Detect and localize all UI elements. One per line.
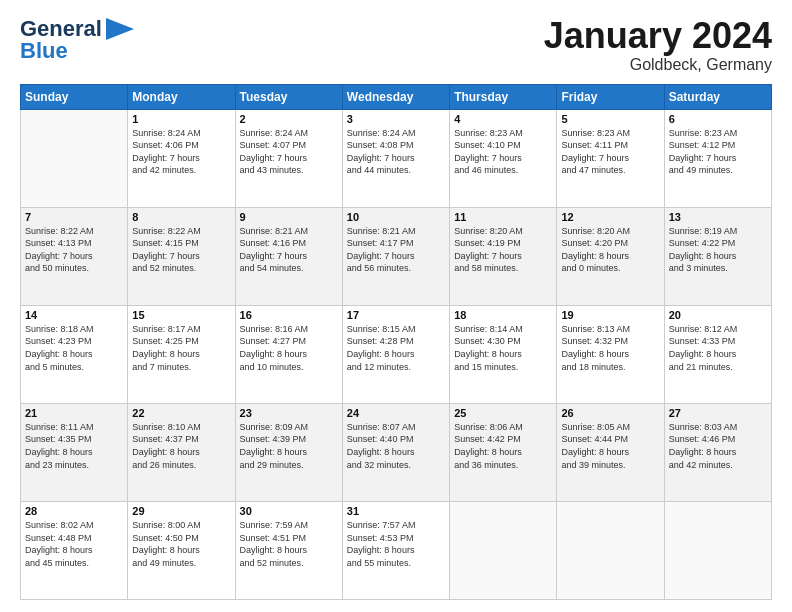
day-number: 7 [25,211,123,223]
day-info: Sunrise: 8:23 AM Sunset: 4:10 PM Dayligh… [454,127,552,177]
day-info: Sunrise: 8:19 AM Sunset: 4:22 PM Dayligh… [669,225,767,275]
day-info: Sunrise: 8:23 AM Sunset: 4:11 PM Dayligh… [561,127,659,177]
logo-text-blue: Blue [20,38,68,64]
day-number: 24 [347,407,445,419]
table-row: 17Sunrise: 8:15 AM Sunset: 4:28 PM Dayli… [342,305,449,403]
day-number: 26 [561,407,659,419]
day-number: 21 [25,407,123,419]
table-row: 8Sunrise: 8:22 AM Sunset: 4:15 PM Daylig… [128,207,235,305]
logo-triangle-icon [106,18,134,40]
day-number: 23 [240,407,338,419]
day-info: Sunrise: 8:24 AM Sunset: 4:06 PM Dayligh… [132,127,230,177]
table-row: 28Sunrise: 8:02 AM Sunset: 4:48 PM Dayli… [21,501,128,599]
table-row: 16Sunrise: 8:16 AM Sunset: 4:27 PM Dayli… [235,305,342,403]
day-info: Sunrise: 8:03 AM Sunset: 4:46 PM Dayligh… [669,421,767,471]
table-row: 22Sunrise: 8:10 AM Sunset: 4:37 PM Dayli… [128,403,235,501]
table-row: 5Sunrise: 8:23 AM Sunset: 4:11 PM Daylig… [557,109,664,207]
col-thursday: Thursday [450,84,557,109]
table-row: 23Sunrise: 8:09 AM Sunset: 4:39 PM Dayli… [235,403,342,501]
calendar-week-row: 7Sunrise: 8:22 AM Sunset: 4:13 PM Daylig… [21,207,772,305]
table-row: 31Sunrise: 7:57 AM Sunset: 4:53 PM Dayli… [342,501,449,599]
table-row: 4Sunrise: 8:23 AM Sunset: 4:10 PM Daylig… [450,109,557,207]
day-number: 27 [669,407,767,419]
day-number: 14 [25,309,123,321]
day-info: Sunrise: 8:00 AM Sunset: 4:50 PM Dayligh… [132,519,230,569]
day-number: 10 [347,211,445,223]
table-row: 19Sunrise: 8:13 AM Sunset: 4:32 PM Dayli… [557,305,664,403]
col-saturday: Saturday [664,84,771,109]
table-row: 12Sunrise: 8:20 AM Sunset: 4:20 PM Dayli… [557,207,664,305]
day-info: Sunrise: 7:57 AM Sunset: 4:53 PM Dayligh… [347,519,445,569]
calendar-table: Sunday Monday Tuesday Wednesday Thursday… [20,84,772,600]
table-row: 1Sunrise: 8:24 AM Sunset: 4:06 PM Daylig… [128,109,235,207]
day-number: 20 [669,309,767,321]
day-info: Sunrise: 8:24 AM Sunset: 4:08 PM Dayligh… [347,127,445,177]
day-info: Sunrise: 8:15 AM Sunset: 4:28 PM Dayligh… [347,323,445,373]
day-info: Sunrise: 8:09 AM Sunset: 4:39 PM Dayligh… [240,421,338,471]
calendar-header-row: Sunday Monday Tuesday Wednesday Thursday… [21,84,772,109]
day-info: Sunrise: 8:22 AM Sunset: 4:13 PM Dayligh… [25,225,123,275]
table-row: 9Sunrise: 8:21 AM Sunset: 4:16 PM Daylig… [235,207,342,305]
day-number: 5 [561,113,659,125]
day-number: 17 [347,309,445,321]
day-number: 13 [669,211,767,223]
month-title: January 2024 [544,16,772,56]
day-number: 9 [240,211,338,223]
day-info: Sunrise: 8:17 AM Sunset: 4:25 PM Dayligh… [132,323,230,373]
day-info: Sunrise: 8:24 AM Sunset: 4:07 PM Dayligh… [240,127,338,177]
day-number: 11 [454,211,552,223]
table-row [21,109,128,207]
day-number: 18 [454,309,552,321]
day-info: Sunrise: 8:23 AM Sunset: 4:12 PM Dayligh… [669,127,767,177]
table-row: 11Sunrise: 8:20 AM Sunset: 4:19 PM Dayli… [450,207,557,305]
table-row: 13Sunrise: 8:19 AM Sunset: 4:22 PM Dayli… [664,207,771,305]
day-number: 19 [561,309,659,321]
calendar-week-row: 1Sunrise: 8:24 AM Sunset: 4:06 PM Daylig… [21,109,772,207]
table-row: 6Sunrise: 8:23 AM Sunset: 4:12 PM Daylig… [664,109,771,207]
table-row: 30Sunrise: 7:59 AM Sunset: 4:51 PM Dayli… [235,501,342,599]
day-info: Sunrise: 8:21 AM Sunset: 4:16 PM Dayligh… [240,225,338,275]
table-row [450,501,557,599]
day-number: 31 [347,505,445,517]
table-row: 21Sunrise: 8:11 AM Sunset: 4:35 PM Dayli… [21,403,128,501]
table-row: 20Sunrise: 8:12 AM Sunset: 4:33 PM Dayli… [664,305,771,403]
svg-marker-0 [106,18,134,40]
title-area: January 2024 Goldbeck, Germany [544,16,772,74]
day-number: 28 [25,505,123,517]
day-number: 29 [132,505,230,517]
day-number: 4 [454,113,552,125]
day-number: 15 [132,309,230,321]
table-row: 15Sunrise: 8:17 AM Sunset: 4:25 PM Dayli… [128,305,235,403]
day-number: 12 [561,211,659,223]
day-info: Sunrise: 8:14 AM Sunset: 4:30 PM Dayligh… [454,323,552,373]
day-info: Sunrise: 8:10 AM Sunset: 4:37 PM Dayligh… [132,421,230,471]
calendar-week-row: 21Sunrise: 8:11 AM Sunset: 4:35 PM Dayli… [21,403,772,501]
col-friday: Friday [557,84,664,109]
table-row: 3Sunrise: 8:24 AM Sunset: 4:08 PM Daylig… [342,109,449,207]
table-row: 25Sunrise: 8:06 AM Sunset: 4:42 PM Dayli… [450,403,557,501]
table-row: 7Sunrise: 8:22 AM Sunset: 4:13 PM Daylig… [21,207,128,305]
day-info: Sunrise: 8:22 AM Sunset: 4:15 PM Dayligh… [132,225,230,275]
header: General Blue January 2024 Goldbeck, Germ… [20,16,772,74]
table-row: 27Sunrise: 8:03 AM Sunset: 4:46 PM Dayli… [664,403,771,501]
col-wednesday: Wednesday [342,84,449,109]
day-info: Sunrise: 8:06 AM Sunset: 4:42 PM Dayligh… [454,421,552,471]
table-row [664,501,771,599]
col-monday: Monday [128,84,235,109]
day-info: Sunrise: 8:18 AM Sunset: 4:23 PM Dayligh… [25,323,123,373]
col-sunday: Sunday [21,84,128,109]
day-number: 30 [240,505,338,517]
calendar-week-row: 28Sunrise: 8:02 AM Sunset: 4:48 PM Dayli… [21,501,772,599]
col-tuesday: Tuesday [235,84,342,109]
day-info: Sunrise: 8:16 AM Sunset: 4:27 PM Dayligh… [240,323,338,373]
location: Goldbeck, Germany [544,56,772,74]
day-info: Sunrise: 8:07 AM Sunset: 4:40 PM Dayligh… [347,421,445,471]
page: General Blue January 2024 Goldbeck, Germ… [0,0,792,612]
day-number: 1 [132,113,230,125]
day-info: Sunrise: 8:05 AM Sunset: 4:44 PM Dayligh… [561,421,659,471]
day-info: Sunrise: 8:12 AM Sunset: 4:33 PM Dayligh… [669,323,767,373]
day-number: 22 [132,407,230,419]
day-info: Sunrise: 8:02 AM Sunset: 4:48 PM Dayligh… [25,519,123,569]
day-number: 25 [454,407,552,419]
day-info: Sunrise: 8:20 AM Sunset: 4:20 PM Dayligh… [561,225,659,275]
